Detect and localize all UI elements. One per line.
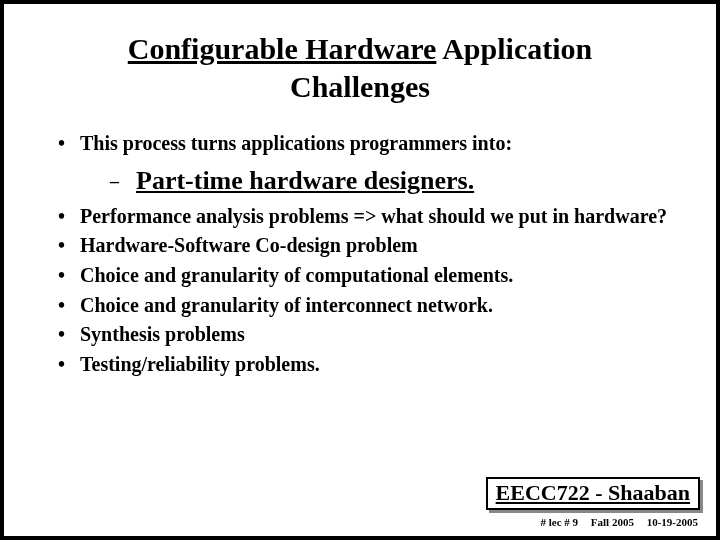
bullet-text: Performance analysis problems => what sh…	[80, 205, 667, 227]
title-underlined: Configurable Hardware	[128, 32, 437, 65]
course-footer-box: EECC722 - Shaaban	[486, 477, 700, 510]
list-item: Hardware-Software Co-design problem	[58, 233, 680, 259]
slide-title: Configurable Hardware Application Challe…	[4, 30, 716, 105]
sub-item: – Part-time hardware designers.	[80, 165, 680, 196]
list-item: Synthesis problems	[58, 322, 680, 348]
bullet-text: This process turns applications programm…	[80, 132, 512, 154]
footer-meta: # lec # 9 Fall 2005 10-19-2005	[531, 516, 699, 528]
title-line2: Challenges	[290, 70, 430, 103]
list-item: Choice and granularity of interconnect n…	[58, 293, 680, 319]
bullet-list: This process turns applications programm…	[58, 131, 680, 377]
sub-text: Part-time hardware designers.	[136, 166, 474, 195]
list-item: Choice and granularity of computational …	[58, 263, 680, 289]
date-label: 10-19-2005	[647, 516, 698, 528]
lecture-number: # lec # 9	[541, 516, 579, 528]
course-label: EECC722 - Shaaban	[496, 480, 690, 505]
list-item: This process turns applications programm…	[58, 131, 680, 196]
bullet-text: Testing/reliability problems.	[80, 353, 320, 375]
list-item: Performance analysis problems => what sh…	[58, 204, 680, 230]
bullet-text: Choice and granularity of interconnect n…	[80, 294, 493, 316]
title-rest: Application	[436, 32, 592, 65]
bullet-text: Hardware-Software Co-design problem	[80, 234, 418, 256]
dash-icon: –	[110, 171, 119, 193]
bullet-text: Choice and granularity of computational …	[80, 264, 513, 286]
slide-body: This process turns applications programm…	[58, 131, 680, 377]
bullet-text: Synthesis problems	[80, 323, 245, 345]
term-label: Fall 2005	[591, 516, 634, 528]
list-item: Testing/reliability problems.	[58, 352, 680, 378]
slide-frame: Configurable Hardware Application Challe…	[0, 0, 720, 540]
